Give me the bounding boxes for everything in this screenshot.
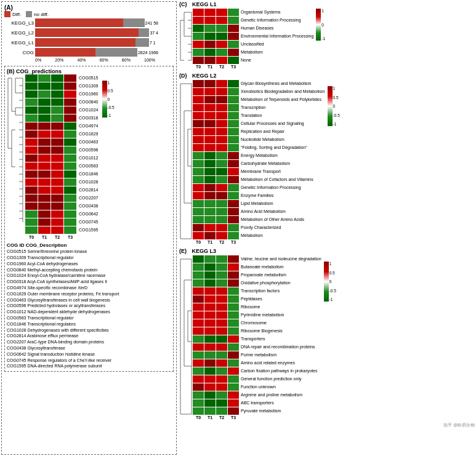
e-r12-t0	[193, 343, 204, 351]
d-r4-t1	[204, 104, 216, 111]
e-r15-t2	[216, 367, 227, 375]
row-label-0596: COG0596	[79, 146, 99, 154]
tick-n1: -1	[108, 113, 115, 118]
d-r9-t2	[216, 144, 227, 151]
legend-nodiff-box	[26, 11, 32, 17]
c-r1-t0	[193, 9, 204, 16]
e-r9-t1	[204, 319, 216, 327]
cell-1629-t2	[51, 130, 63, 138]
tick-1: 1	[108, 81, 115, 85]
cog-desc-0583: COG0583 Transcriptional regulator	[7, 315, 171, 321]
axis-row: 0% 20% 40% 60% 80% 100%	[35, 58, 155, 62]
e-r10-t2	[216, 327, 227, 335]
section-c-header: (C) KEGG L1	[179, 1, 475, 7]
cell-0515-t1	[38, 74, 50, 82]
d-col-t0: T0	[193, 240, 204, 244]
e-rl-3: Propanoate metabolism	[241, 271, 321, 279]
cell-4974-t0	[25, 122, 38, 130]
cell-1012-t3	[64, 154, 76, 162]
axis-40: 40%	[77, 58, 86, 62]
e-r13-t2	[216, 351, 227, 359]
section-c-label: (C)	[179, 1, 187, 7]
d-r14-t1	[204, 184, 216, 191]
cog-desc-1309: COG1309 Transcriptional regulator	[7, 255, 171, 261]
e-r3-t3	[228, 271, 239, 279]
e-rl-20: Pyruvate metabolism	[241, 407, 321, 415]
d-col-t1: T1	[204, 240, 216, 244]
cog-desc-0745: COG0745 Response regulators of a CheY-li…	[7, 358, 171, 364]
e-rl-13: Purine metabolism	[241, 351, 321, 359]
e-r10-t1	[204, 327, 216, 335]
bar-label-kegg-l3: KEGG_L3	[4, 20, 34, 26]
cog-desc-0642: COG0642 Signal transduction histidine ki…	[7, 351, 171, 358]
d-r8-t3	[228, 136, 239, 143]
cell-2814-t3	[64, 186, 76, 194]
e-r5-t0	[193, 287, 204, 295]
e-r3-t2	[216, 271, 227, 279]
d-r13-t0	[193, 176, 204, 183]
section-b-label: (B) COG_predictions	[7, 68, 62, 74]
cog-desc-1024: COG1024 Enoyl-CoA hydratase/carnitine ra…	[7, 273, 171, 279]
cell-2207-t1	[38, 194, 50, 202]
cell-1012-t2	[51, 154, 63, 162]
d-tick-n0.5: -0.5	[333, 113, 340, 118]
tick-0: 0	[108, 97, 115, 102]
d-r13-t2	[216, 176, 227, 183]
e-col-t2: T2	[216, 415, 227, 420]
d-r15-t0	[193, 192, 204, 199]
d-r5-t2	[216, 112, 227, 119]
cell-0596-t2	[51, 146, 63, 154]
e-r5-t2	[216, 287, 227, 295]
cell-1960-t0	[25, 90, 38, 98]
c-r6-t2	[216, 49, 227, 56]
cog-desc-header-row: COG ID COG_Description	[7, 242, 171, 249]
section-b-title-text: COG_predictions	[16, 68, 62, 74]
d-r17-t1	[204, 208, 216, 215]
e-r7-t1	[204, 303, 216, 311]
c-col-labels: T0 T1 T2 T3	[193, 65, 239, 69]
d-r10-t1	[204, 152, 216, 159]
e-r12-t2	[216, 343, 227, 351]
c-r3-t0	[193, 25, 204, 32]
e-r1-t0	[193, 255, 204, 263]
e-r10-t0	[193, 327, 204, 335]
bar-nodiff-cog	[95, 48, 137, 57]
c-r4-t3	[228, 33, 239, 40]
cell-0463-t1	[38, 138, 50, 146]
cog-desc-1960: COG1960 Acyl-CoA dehydrogenases	[7, 261, 171, 267]
row-label-0583: COG0583	[79, 162, 99, 170]
d-r20-t0	[193, 232, 204, 239]
legend-row: Diff. no diff.	[4, 11, 174, 17]
row-label-1024: COG1024	[79, 106, 99, 114]
cell-1024-t3	[64, 106, 76, 114]
d-r7-t2	[216, 128, 227, 135]
bar-diff-cog	[35, 48, 95, 57]
section-e-heatmap: T0 T1 T2 T3	[193, 255, 239, 420]
c-col-t0: T0	[193, 65, 204, 69]
cell-1012-t1	[38, 154, 50, 162]
d-rl-10: Energy Metabolism	[241, 152, 325, 159]
cell-4974-t1	[38, 122, 50, 130]
heatmap-area: T0 T1 T2 T3 COG0515 COG1309 COG1960 COG0…	[7, 74, 171, 239]
row-label-1028: COG1028	[79, 178, 99, 186]
bar-label-kegg-l2: KEGG_L2	[4, 30, 34, 36]
c-rl-4: Environmental Information Processing	[241, 33, 313, 40]
d-r4-t0	[193, 104, 204, 111]
d-r20-t3	[228, 232, 239, 239]
bar-row-kegg-l2: KEGG_L2 37 4	[35, 28, 174, 37]
d-r20-t1	[204, 232, 216, 239]
d-r11-t0	[193, 160, 204, 167]
cell-0745-t3	[64, 218, 76, 226]
e-col-t1: T1	[204, 415, 216, 420]
e-r8-t3	[228, 311, 239, 319]
axis-80: 80%	[122, 58, 131, 62]
d-r20-t2	[216, 232, 227, 239]
e-col-t0: T0	[193, 415, 204, 420]
d-r18-t3	[228, 216, 239, 223]
d-rl-5: Translation	[241, 112, 325, 119]
d-rl-2: Xenobiotics Biodegradation and Metabolis…	[241, 88, 325, 95]
section-e-label: (E)	[179, 248, 187, 254]
row-label-0642: COG0642	[79, 210, 99, 218]
cog-desc-0596: COG0596 Predicted hydrolases or acyltran…	[7, 303, 171, 309]
d-r10-t3	[228, 152, 239, 159]
